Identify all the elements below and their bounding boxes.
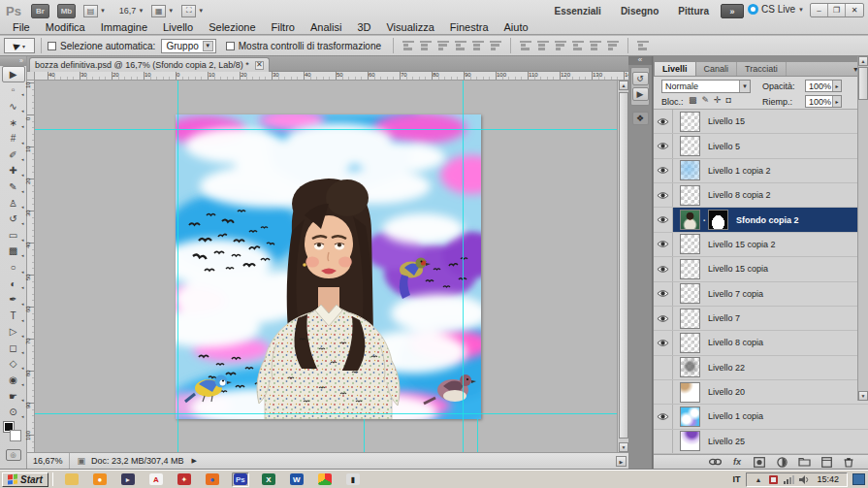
menu-finestra[interactable]: Finestra [442, 20, 497, 34]
link-layers-icon[interactable] [708, 456, 722, 468]
align-bottom-icon[interactable] [436, 40, 450, 51]
vertical-scroll-thumb[interactable] [619, 92, 628, 439]
restore-button[interactable]: ❐ [828, 4, 846, 16]
shape-tool[interactable]: ◻◂ [2, 340, 25, 356]
console-icon[interactable]: ▮ [344, 472, 362, 487]
layer-thumbnail[interactable] [680, 112, 700, 132]
document-tab[interactable]: bozza definitiva.psd @ 16,7% (Sfondo cop… [29, 57, 270, 72]
3d-rotate-tool[interactable]: ◇◂ [2, 356, 25, 373]
visibility-eye-icon[interactable] [654, 233, 673, 256]
path-selection-tool[interactable]: ▷◂ [2, 324, 25, 341]
clone-stamp-tool[interactable]: ♙◂ [2, 195, 25, 211]
layer-row-livello-5[interactable]: Livello 5 [654, 134, 868, 158]
cs-live-button[interactable]: CS Live▼ [748, 4, 804, 15]
status-flyout-icon[interactable]: ▶ [192, 457, 197, 465]
lock-position-icon[interactable]: ✛ [714, 95, 722, 105]
layer-name[interactable]: Livello 15 copia 2 [708, 240, 776, 249]
dist-hcenter-icon[interactable] [589, 40, 602, 51]
auto-select-checkbox[interactable] [48, 42, 56, 50]
horizontal-scroll-right-icon[interactable]: ▶ [616, 456, 627, 467]
minibridge-button[interactable]: Mb [57, 4, 76, 18]
layer-name[interactable]: Livello 15 copia [708, 264, 768, 274]
workspace-pittura[interactable]: Pittura [670, 4, 717, 18]
guide-vertical-right-2[interactable] [477, 419, 478, 452]
mask-link-icon[interactable]: ▪ [700, 210, 708, 230]
layer-name[interactable]: Livello 25 [708, 437, 745, 446]
menu-visualizza[interactable]: Visualizza [378, 20, 441, 34]
start-button[interactable]: Start [2, 472, 48, 487]
explorer-icon[interactable] [63, 472, 80, 487]
eyedropper-tool[interactable]: ✐◂ [2, 146, 25, 163]
show-transform-checkbox[interactable] [226, 42, 235, 50]
close-button[interactable]: ✕ [846, 4, 863, 16]
layer-name[interactable]: Sfondo copia 2 [736, 215, 799, 225]
workspace-disegno[interactable]: Disegno [613, 4, 666, 18]
layer-name[interactable]: Livello 1 copia [708, 411, 763, 421]
dist-top-icon[interactable] [519, 40, 532, 51]
opacity-field[interactable]: 100%▸ [805, 80, 842, 92]
gradient-tool[interactable]: ▩◂ [2, 244, 25, 260]
antivirus-icon[interactable] [768, 474, 779, 485]
layer-row-livello-15-copia[interactable]: Livello 15 copia [654, 257, 868, 281]
menu-file[interactable]: File [5, 20, 38, 34]
show-desktop-button[interactable] [852, 473, 865, 485]
move-tool[interactable]: ▶ [2, 66, 25, 82]
layer-row-livello-7-copia[interactable]: Livello 7 copia [654, 282, 868, 307]
layer-thumbnail[interactable] [680, 309, 700, 329]
minimize-button[interactable]: – [811, 4, 828, 16]
visibility-eye-icon[interactable] [654, 134, 673, 157]
layers-scroll-thumb[interactable] [858, 67, 868, 100]
guide-horizontal-bottom[interactable] [35, 413, 617, 414]
visibility-toggle-empty[interactable] [654, 380, 673, 404]
guide-vertical-left[interactable] [177, 81, 178, 452]
3d-panel-icon[interactable]: ❖ [632, 112, 649, 125]
layer-row-livello-15-copia-2[interactable]: Livello 15 copia 2 [654, 233, 868, 257]
photoshop-icon[interactable]: Ps [232, 472, 249, 487]
language-indicator[interactable]: IT [726, 474, 746, 484]
3d-orbit-tool[interactable]: ◉◂ [2, 372, 25, 388]
pen-tool[interactable]: ✒◂ [2, 291, 25, 308]
menu-filtro[interactable]: Filtro [264, 20, 303, 34]
add-mask-icon[interactable] [753, 456, 766, 468]
tab-canali[interactable]: Canali [696, 62, 738, 76]
word-icon[interactable]: W [288, 472, 305, 487]
visibility-eye-icon[interactable] [654, 183, 673, 207]
history-brush-tool[interactable]: ↺◂ [2, 211, 25, 227]
visibility-eye-icon[interactable] [654, 208, 673, 231]
firefox-icon[interactable]: ● [204, 472, 221, 487]
crop-tool[interactable]: #◂ [2, 130, 25, 146]
tab-livelli[interactable]: Livelli [654, 61, 696, 76]
menu-modifica[interactable]: Modifica [38, 20, 93, 34]
excel-icon[interactable]: X [260, 472, 277, 487]
layer-thumbnail[interactable] [680, 283, 700, 304]
quick-selection-tool[interactable]: ∗◂ [2, 114, 25, 131]
marquee-tool[interactable]: ▫◂ [2, 82, 25, 99]
guide-vertical-center[interactable] [364, 419, 365, 452]
layer-row-livello-1-copia-2[interactable]: Livello 1 copia 2 [654, 159, 868, 183]
layer-row-livello-8-copia[interactable]: Livello 8 copia [654, 331, 868, 355]
background-color-swatch[interactable] [10, 430, 21, 441]
video-player-icon[interactable]: ▸ [119, 472, 137, 487]
arrange-documents-button[interactable]: ▦▼ [151, 5, 174, 17]
tab-close-icon[interactable]: ✕ [255, 61, 264, 70]
visibility-eye-icon[interactable] [654, 282, 673, 306]
layer-style-icon[interactable]: fx [730, 456, 744, 468]
lock-transparent-icon[interactable]: ▩ [689, 95, 697, 105]
healing-brush-tool[interactable]: ✚◂ [2, 163, 25, 179]
blend-mode-dropdown[interactable]: Normale▼ [661, 80, 751, 93]
chrome-icon[interactable] [316, 472, 334, 487]
red-app-icon[interactable]: ✦ [176, 472, 193, 487]
vertical-scrollbar[interactable]: ▲ ▼ [617, 81, 628, 452]
dist-bottom-icon[interactable] [554, 40, 567, 51]
eraser-tool[interactable]: ▭◂ [2, 227, 25, 244]
lock-all-icon[interactable]: ◘ [726, 95, 731, 105]
brush-tool[interactable]: ✎◂ [2, 179, 25, 195]
layer-thumbnail[interactable] [680, 357, 700, 377]
visibility-toggle-empty[interactable] [654, 430, 673, 453]
dist-right-icon[interactable] [606, 40, 620, 51]
auto-select-dropdown[interactable]: Gruppo▼ [161, 39, 215, 53]
zoom-tool[interactable]: ⊙◂ [2, 404, 25, 420]
hand-tool[interactable]: ☛◂ [2, 388, 25, 405]
dock-collapse-button[interactable]: « [628, 56, 652, 65]
acrobat-icon[interactable]: A [147, 472, 165, 487]
